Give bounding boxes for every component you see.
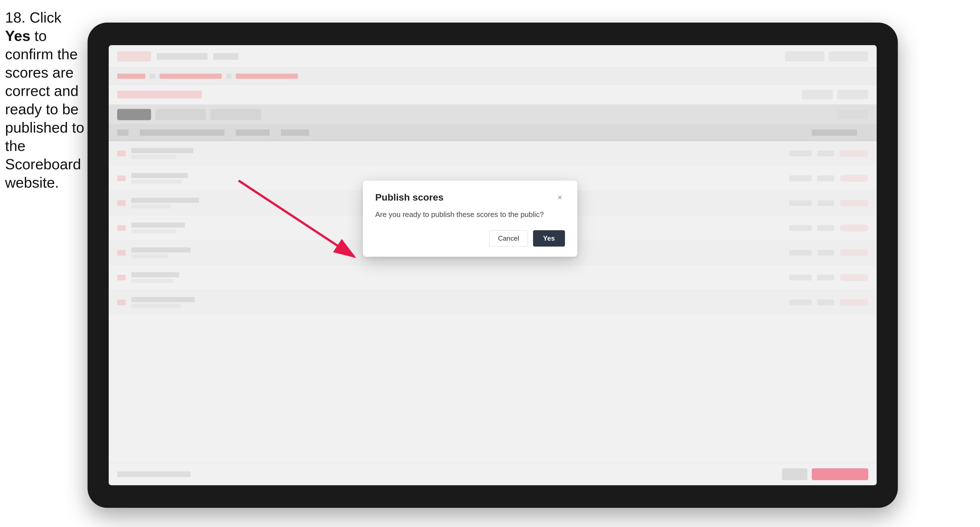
modal-overlay (109, 45, 877, 485)
modal-cancel-button[interactable]: Cancel (489, 230, 528, 246)
tablet-device: Publish scores × Are you ready to publis… (88, 22, 898, 508)
modal-footer: Cancel Yes (375, 230, 565, 246)
modal-message: Are you ready to publish these scores to… (375, 209, 565, 220)
modal-header: Publish scores × (375, 192, 565, 203)
modal-yes-button[interactable]: Yes (533, 230, 565, 246)
publish-scores-modal: Publish scores × Are you ready to publis… (363, 181, 578, 257)
tablet-screen: Publish scores × Are you ready to publis… (109, 45, 877, 485)
modal-title: Publish scores (375, 192, 444, 203)
instruction-text: 18. Click Yes to confirm the scores are … (5, 8, 87, 192)
modal-close-button[interactable]: × (555, 192, 565, 203)
modal-body: Are you ready to publish these scores to… (375, 209, 565, 220)
close-icon: × (558, 193, 562, 202)
